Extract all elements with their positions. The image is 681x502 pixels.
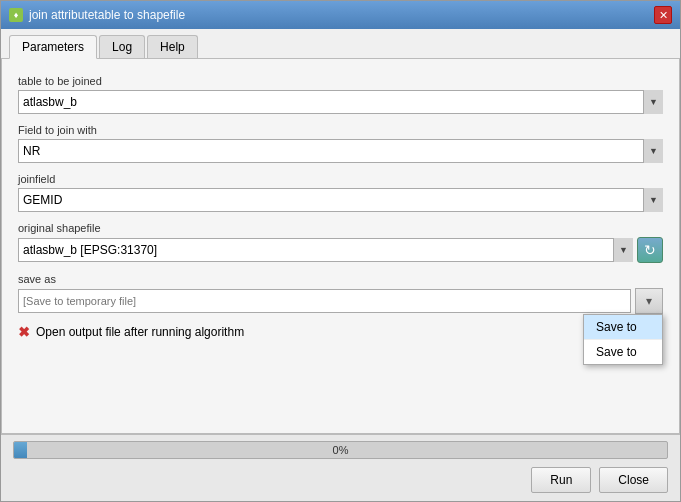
shapefile-select[interactable]: atlasbw_b [EPSG:31370] (18, 238, 633, 262)
joinfield-select-wrapper: GEMID ▼ (18, 188, 663, 212)
parameters-panel: table to be joined atlasbw_b ▼ Field to … (1, 59, 680, 434)
shapefile-select-wrapper: atlasbw_b [EPSG:31370] ▼ (18, 238, 633, 262)
saveas-dropdown: Save to Save to (583, 314, 663, 365)
checkbox-row: ✖ Open output file after running algorit… (18, 324, 663, 340)
table-group: table to be joined atlasbw_b ▼ (18, 75, 663, 114)
saveas-dropdown-item-1[interactable]: Save to (584, 315, 662, 340)
main-window: ♦ join attributetable to shapefile ✕ Par… (0, 0, 681, 502)
saveas-dropdown-item-2[interactable]: Save to (584, 340, 662, 364)
table-label: table to be joined (18, 75, 663, 87)
progress-text: 0% (333, 444, 349, 456)
bottom-bar: 0% Run Close (1, 434, 680, 501)
field-select[interactable]: NR (18, 139, 663, 163)
field-row: NR ▼ (18, 139, 663, 163)
progress-bar-fill (14, 442, 27, 458)
title-bar-left: ♦ join attributetable to shapefile (9, 8, 185, 22)
field-label: Field to join with (18, 124, 663, 136)
shapefile-label: original shapefile (18, 222, 663, 234)
tab-parameters[interactable]: Parameters (9, 35, 97, 59)
tab-log[interactable]: Log (99, 35, 145, 58)
checkbox-x-icon: ✖ (18, 324, 30, 340)
joinfield-row: GEMID ▼ (18, 188, 663, 212)
refresh-button[interactable]: ↻ (637, 237, 663, 263)
joinfield-group: joinfield GEMID ▼ (18, 173, 663, 212)
shapefile-group: original shapefile atlasbw_b [EPSG:31370… (18, 222, 663, 263)
field-group: Field to join with NR ▼ (18, 124, 663, 163)
run-button[interactable]: Run (531, 467, 591, 493)
tab-bar: Parameters Log Help (1, 29, 680, 59)
saveas-expand-button[interactable]: ▾ (635, 288, 663, 314)
app-icon: ♦ (9, 8, 23, 22)
joinfield-select[interactable]: GEMID (18, 188, 663, 212)
saveas-group: save as ▾ Save to Save to (18, 273, 663, 314)
table-row: atlasbw_b ▼ (18, 90, 663, 114)
close-button[interactable]: ✕ (654, 6, 672, 24)
saveas-row: ▾ Save to Save to (18, 288, 663, 314)
window-title: join attributetable to shapefile (29, 8, 185, 22)
table-select-wrapper: atlasbw_b ▼ (18, 90, 663, 114)
button-row: Run Close (13, 467, 668, 493)
checkbox-label: Open output file after running algorithm (36, 325, 244, 339)
field-select-wrapper: NR ▼ (18, 139, 663, 163)
tab-help[interactable]: Help (147, 35, 198, 58)
progress-bar-container: 0% (13, 441, 668, 459)
title-bar: ♦ join attributetable to shapefile ✕ (1, 1, 680, 29)
joinfield-label: joinfield (18, 173, 663, 185)
saveas-input[interactable] (18, 289, 631, 313)
saveas-label: save as (18, 273, 663, 285)
shapefile-row: atlasbw_b [EPSG:31370] ▼ ↻ (18, 237, 663, 263)
table-select[interactable]: atlasbw_b (18, 90, 663, 114)
close-button-bottom[interactable]: Close (599, 467, 668, 493)
